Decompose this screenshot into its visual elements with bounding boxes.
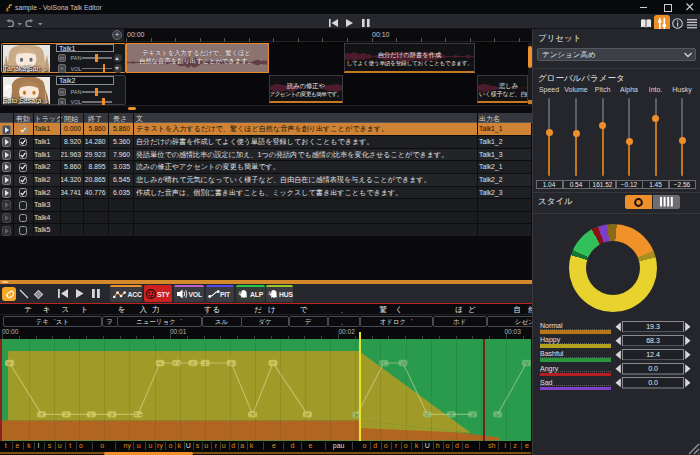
svg-text:ド: ド	[381, 361, 386, 366]
svg-text:ニュ: ニュ	[133, 412, 142, 417]
svg-text:ク: ク	[425, 412, 430, 417]
svg-text:ド: ド	[470, 412, 475, 417]
svg-text:ホ: ホ	[449, 412, 454, 417]
svg-text:ケ: ケ	[271, 361, 276, 366]
svg-text:テ: テ	[7, 361, 12, 366]
svg-text:シ: シ	[495, 412, 500, 417]
svg-text:ヲ: ヲ	[109, 412, 114, 417]
svg-text:ト: ト	[89, 412, 94, 417]
svg-text:キ: キ	[39, 412, 44, 417]
svg-text:ク: ク	[190, 361, 195, 366]
svg-text:ー: ー	[158, 361, 163, 366]
svg-text:ゼ: ゼ	[524, 361, 529, 366]
svg-text:ス: ス	[64, 412, 69, 417]
